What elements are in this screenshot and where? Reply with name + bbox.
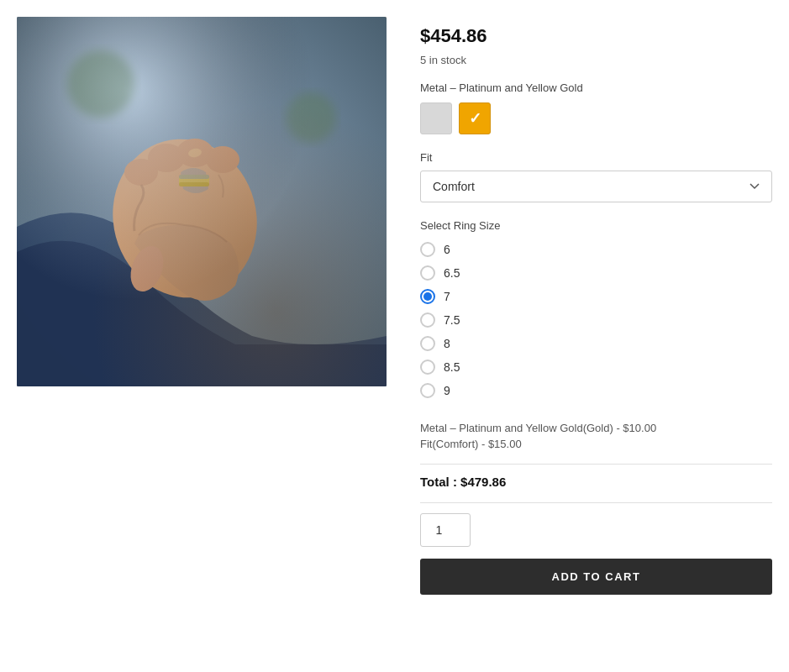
svg-point-2 (95, 123, 274, 314)
ring-size-8-label: 8 (444, 337, 450, 350)
price-line-metal: Metal – Platinum and Yellow Gold(Gold) -… (420, 422, 772, 434)
total-row: Total : $479.86 (420, 475, 772, 489)
ring-size-8-5-label: 8.5 (444, 360, 460, 374)
ring-size-6-5-label: 6.5 (444, 266, 460, 280)
svg-point-3 (124, 159, 158, 186)
swatch-gold[interactable]: ✓ (459, 102, 491, 134)
price-line-fit: Fit(Comfort) - $15.00 (420, 438, 772, 450)
gold-checkmark: ✓ (469, 109, 481, 128)
ring-size-7[interactable]: 7 (420, 289, 772, 304)
ring-size-options: 6 6.5 7 7.5 8 (420, 242, 772, 398)
quantity-row (420, 513, 772, 547)
svg-point-10 (125, 242, 170, 297)
fit-dropdown[interactable]: Comfort Standard (420, 171, 772, 202)
svg-point-6 (206, 146, 239, 173)
metal-label: Metal – Platinum and Yellow Gold (420, 81, 772, 94)
radio-8 (420, 336, 435, 351)
svg-rect-8 (179, 175, 209, 179)
product-image-column (17, 17, 387, 595)
ring-size-6-5[interactable]: 6.5 (420, 265, 772, 281)
price-breakdown: Metal – Platinum and Yellow Gold(Gold) -… (420, 415, 772, 450)
ring-size-7-5[interactable]: 7.5 (420, 312, 772, 328)
fit-label: Fit (420, 151, 772, 164)
ring-size-section: Select Ring Size 6 6.5 7 7.5 (420, 219, 772, 398)
radio-7 (420, 289, 435, 304)
fit-section: Fit Comfort Standard (420, 151, 772, 202)
divider-1 (420, 464, 772, 465)
ring-size-6[interactable]: 6 (420, 242, 772, 257)
svg-rect-0 (17, 17, 387, 386)
svg-point-11 (187, 148, 202, 159)
radio-6-5 (420, 265, 435, 281)
ring-size-7-label: 7 (444, 290, 450, 303)
radio-6 (420, 242, 435, 257)
ring-size-8[interactable]: 8 (420, 336, 772, 351)
swatch-platinum[interactable] (420, 102, 452, 134)
add-to-cart-button[interactable]: ADD TO CART (420, 559, 772, 595)
radio-8-5 (420, 360, 435, 375)
page-wrapper: $454.86 5 in stock Metal – Platinum and … (0, 0, 789, 612)
svg-rect-9 (179, 182, 209, 186)
product-image (17, 17, 387, 386)
svg-rect-7 (179, 175, 209, 186)
svg-point-4 (148, 144, 185, 172)
svg-point-12 (67, 50, 134, 118)
ring-size-9-label: 9 (444, 384, 450, 397)
ring-size-7-5-label: 7.5 (444, 313, 460, 327)
radio-7-5 (420, 312, 435, 328)
ring-size-6-label: 6 (444, 243, 450, 256)
product-details-column: $454.86 5 in stock Metal – Platinum and … (420, 17, 772, 595)
quantity-input[interactable] (420, 513, 471, 547)
metal-swatches: ✓ (420, 102, 772, 134)
ring-size-label: Select Ring Size (420, 219, 772, 232)
product-price: $454.86 (420, 25, 772, 47)
ring-size-9[interactable]: 9 (420, 383, 772, 398)
divider-2 (420, 502, 772, 503)
svg-rect-1 (17, 17, 387, 386)
stock-label: 5 in stock (420, 54, 772, 66)
svg-point-5 (176, 139, 213, 167)
radio-9 (420, 383, 435, 398)
svg-point-13 (286, 92, 336, 143)
ring-size-8-5[interactable]: 8.5 (420, 360, 772, 375)
